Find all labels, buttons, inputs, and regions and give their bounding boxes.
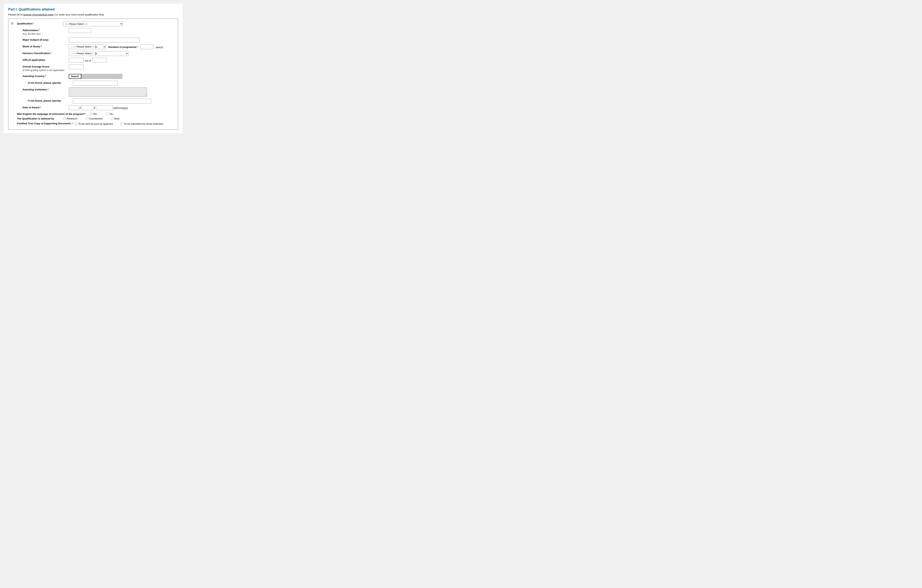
attained-research-label[interactable]: Research [63,117,77,120]
country-not-found-label: - If not found, please specify: [27,81,71,85]
intro-text-before: Please list in [8,13,23,16]
qualification-row: 1. Qualification:* <-- Please Select -->… [11,21,175,26]
page-container: Part I: Qualifications attained Please l… [4,4,183,133]
english-radio-group: Yes No [89,112,117,115]
english-no-label[interactable]: No [106,113,113,115]
intro-text-after: (i.e. enter your most recent qualificati… [54,13,105,16]
abbreviation-row: Abbreviation:* (e.g. BA,BSc,etc) [11,28,175,36]
date-yyyy-input[interactable] [96,105,113,110]
gpa-label: GPA (if applicable): [23,58,67,62]
form-section-1: 1. Qualification:* <-- Please Select -->… [8,19,178,129]
overall-label: Overall Average Score: (if GPA grading s… [23,64,67,72]
english-yes-radio[interactable] [89,113,92,115]
mode-select[interactable]: ←–– Please Select ––❯ Full-time Part-tim… [69,44,106,49]
date-award-label: Date of Award:* [23,105,67,109]
part-title: Part I: Qualifications attained [8,7,178,11]
english-question-label: Was English the language of instruction … [17,112,88,115]
abbreviation-input-col [69,28,175,33]
certified-post-radio[interactable] [75,122,78,125]
mode-study-label: Mode of Study:* [23,44,67,49]
intro-paragraph: Please list in reverse chronological ord… [8,13,178,16]
english-yes-label[interactable]: Yes [89,113,97,115]
attained-label: The Qualification is attained by [17,117,62,120]
date-award-row: Date of Award:* / / (dd/mm/yyyy) [11,105,175,110]
qualification-input-col: <-- Please Select --> Bachelor's Degree … [63,21,175,26]
major-subject-input[interactable] [69,38,140,42]
duration-unit: year(s) [155,45,163,49]
qualification-label: Qualification:* [17,21,62,26]
english-language-row: Was English the language of instruction … [11,112,175,115]
attained-both-label[interactable]: Both [111,117,119,120]
country-specify-input[interactable] [73,81,118,85]
certified-post-label[interactable]: To be sent by post by applicant [75,122,113,125]
search-button[interactable]: Search [69,74,81,79]
gpa-out-of: out of [85,58,91,62]
attained-row: The Qualification is attained by Researc… [11,117,175,120]
intro-underline: reverse chronological order [23,13,54,16]
institution-not-found-input-col [73,99,175,103]
mode-input-col: ←–– Please Select ––❯ Full-time Part-tim… [69,44,175,49]
gpa-row: GPA (if applicable): out of [11,58,175,63]
certified-label: Certified True Copy of Supporting Docume… [17,122,74,126]
attained-coursework-label[interactable]: Coursework [86,117,103,120]
attained-research-radio[interactable] [63,117,66,120]
gpa-of-input[interactable] [92,58,107,63]
certified-institution-radio[interactable] [120,122,123,125]
mode-study-row: Mode of Study:* ←–– Please Select ––❯ Fu… [11,44,175,49]
country-display [81,74,122,79]
attained-both-radio[interactable] [111,117,114,120]
major-input-col [69,38,175,42]
row-number: 1. [11,21,15,25]
awarding-institution-row: Awarding Institution:* [11,87,175,97]
awarding-country-input-col: Search [69,74,175,79]
duration-label: Duration of programme:* [108,45,138,49]
certified-radio-group: To be sent by post by applicant To be su… [75,122,167,125]
attained-radio-group: Research Coursework Both [63,117,123,120]
date-input-col: / / (dd/mm/yyyy) [69,105,175,110]
country-not-found-row: - If not found, please specify: [11,81,175,85]
institution-not-found-row: - If not found, please specify: [11,99,175,103]
awarding-institution-label: Awarding Institution:* [23,87,67,91]
awarding-institution-input-col [69,87,175,97]
overall-input-col [69,64,175,69]
date-dd-input[interactable] [69,105,79,110]
major-subject-label: Major Subject (if any): [23,38,67,42]
date-sep-1: / [80,106,80,109]
abbreviation-label: Abbreviation:* (e.g. BA,BSc,etc) [23,28,67,36]
gpa-input[interactable] [69,58,84,63]
honours-label: Honours Classification:* [23,51,67,55]
date-sep-2: / [94,106,95,109]
awarding-institution-textarea[interactable] [69,87,147,97]
attained-coursework-radio[interactable] [86,117,88,120]
gpa-input-col: out of [69,58,175,63]
overall-score-row: Overall Average Score: (if GPA grading s… [11,64,175,72]
duration-input[interactable] [141,44,154,49]
major-subject-row: Major Subject (if any): [11,38,175,42]
honours-row: Honours Classification:* ←–– Please Sele… [11,51,175,56]
qualification-select[interactable]: <-- Please Select --> Bachelor's Degree … [63,21,123,26]
english-no-radio[interactable] [106,113,109,115]
abbreviation-input[interactable] [69,28,91,33]
awarding-country-label: Awarding Country:* [23,74,67,78]
overall-input[interactable] [69,64,84,69]
institution-specify-input[interactable] [73,99,151,103]
awarding-country-row: Awarding Country:* Search [11,74,175,79]
honours-select[interactable]: ←–– Please Select ––❯ First Class Second… [69,51,128,56]
date-mm-input[interactable] [81,105,93,110]
honours-input-col: ←–– Please Select ––❯ First Class Second… [69,51,175,56]
certified-row: Certified True Copy of Supporting Docume… [11,122,175,126]
certified-institution-label[interactable]: To be submitted by home institution [120,122,163,125]
date-hint: (dd/mm/yyyy) [113,106,128,109]
institution-not-found-label: - If not found, please specify: [27,99,71,103]
country-not-found-input-col [73,81,175,85]
